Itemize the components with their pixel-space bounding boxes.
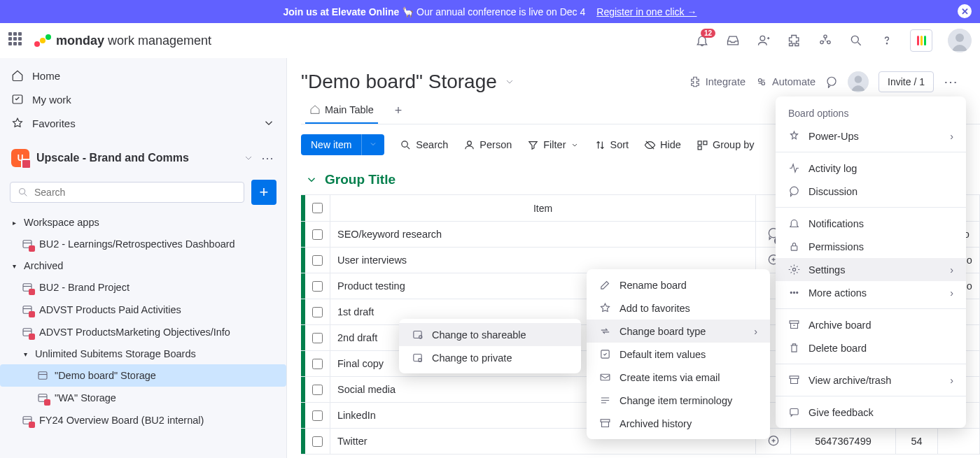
board-header: "Demo board" Storage Integrate Automate …	[301, 58, 980, 96]
board-private-icon	[21, 414, 34, 427]
svg-point-35	[792, 268, 795, 271]
tree-item[interactable]: ADVST ProductsMarketing Objectives/Info	[0, 321, 286, 343]
menu-rename-board[interactable]: Rename board	[587, 273, 770, 296]
workspace-header[interactable]: U Upscale - Brand and Comms ⋯	[0, 141, 286, 176]
svg-point-36	[790, 292, 792, 293]
svg-rect-29	[698, 145, 701, 149]
select-all-checkbox[interactable]	[305, 195, 330, 221]
svg-point-2	[46, 34, 51, 40]
menu-change-shareable[interactable]: Change to shareable	[399, 323, 581, 346]
toolbar-groupby[interactable]: Group by	[696, 139, 755, 151]
menu-activity-log[interactable]: Activity log	[776, 157, 966, 180]
workspace-menu-icon[interactable]: ⋯	[261, 150, 275, 166]
menu-more-actions[interactable]: More actions›	[776, 281, 966, 304]
tab-main-table[interactable]: Main Table	[305, 97, 378, 124]
invite-members-icon[interactable]	[756, 33, 771, 48]
svg-rect-39	[790, 321, 799, 324]
invite-button[interactable]: Invite / 1	[878, 71, 934, 92]
notifications-icon[interactable]: 12	[694, 33, 710, 48]
board-private-icon	[21, 303, 34, 316]
search-icon[interactable]	[848, 33, 864, 48]
sidebar: Home My work Favorites U Upscale - Brand…	[0, 58, 287, 458]
chevron-down-icon[interactable]	[243, 152, 254, 164]
notification-badge: 12	[701, 29, 715, 38]
menu-default-values[interactable]: Default item values	[587, 343, 770, 366]
toolbar-hide[interactable]: Hide	[644, 139, 681, 151]
menu-settings[interactable]: Settings›	[776, 258, 966, 281]
sidebar-item-mywork[interactable]: My work	[0, 87, 286, 111]
board-private-icon	[21, 238, 34, 250]
tree-item[interactable]: "WA" Storage	[0, 387, 286, 409]
product-logo[interactable]: monday work management	[34, 31, 211, 50]
svg-rect-17	[38, 372, 47, 380]
automate-button[interactable]: Automate	[755, 76, 816, 88]
menu-add-favorites[interactable]: Add to favorites	[587, 296, 770, 320]
tree-item[interactable]: FY24 Overview Board (BU2 internal)	[0, 409, 286, 431]
help-icon[interactable]	[879, 33, 895, 48]
tree-item[interactable]: BU2 - Learnings/Retrospectives Dashboard	[0, 233, 286, 255]
add-view-button[interactable]: +	[391, 103, 407, 118]
menu-view-archive[interactable]: View archive/trash›	[776, 368, 966, 392]
tree-item[interactable]: BU2 - Brand Project	[0, 276, 286, 299]
menu-powerups[interactable]: Power-Ups›	[776, 124, 966, 148]
workspaces-icon[interactable]	[818, 33, 833, 48]
menu-archive-board[interactable]: Archive board	[776, 313, 966, 336]
menu-archived-history[interactable]: Archived history	[587, 412, 770, 435]
column-header-item[interactable]: Item	[330, 195, 756, 221]
board-options-icon[interactable]: ⋯	[944, 73, 959, 90]
sidebar-item-home[interactable]: Home	[0, 64, 286, 87]
tree-folder-unlimited[interactable]: ▾Unlimited Subitems Storage Boards	[0, 343, 286, 364]
monday-logo-icon	[34, 31, 52, 50]
product-switcher[interactable]	[910, 29, 932, 52]
menu-change-terminology[interactable]: Change item terminology	[587, 389, 770, 412]
svg-rect-40	[790, 376, 799, 379]
menu-notifications[interactable]: Notifications	[776, 212, 966, 235]
tree-archived[interactable]: ▾Archived	[0, 255, 286, 276]
board-private-icon	[21, 326, 34, 338]
apps-marketplace-icon[interactable]	[787, 33, 802, 48]
svg-rect-27	[698, 141, 701, 144]
svg-point-22	[827, 77, 836, 85]
board-chat-icon[interactable]	[825, 76, 838, 88]
search-input[interactable]	[34, 187, 237, 198]
svg-rect-44	[601, 420, 610, 422]
svg-rect-45	[414, 331, 421, 338]
menu-change-private[interactable]: Change to private	[399, 346, 581, 369]
svg-point-38	[797, 292, 798, 293]
apps-grid-icon[interactable]	[8, 32, 25, 49]
board-private-icon	[21, 281, 34, 294]
menu-delete-board[interactable]: Delete board	[776, 336, 966, 359]
inbox-icon[interactable]	[725, 33, 741, 48]
board-type-submenu: Change to shareable Change to private	[399, 319, 581, 373]
tree-workspace-apps[interactable]: ▸Workspace apps	[0, 212, 286, 233]
workspace-badge: U	[11, 149, 29, 167]
toolbar-filter[interactable]: Filter	[527, 139, 578, 151]
board-title[interactable]: "Demo board" Storage	[301, 71, 515, 93]
new-item-button[interactable]: New item	[301, 134, 384, 155]
sidebar-search[interactable]	[10, 182, 244, 203]
menu-discussion[interactable]: Discussion	[776, 180, 966, 203]
svg-point-20	[759, 79, 762, 83]
tree-item[interactable]: ADVST Products Paid Activities	[0, 299, 286, 321]
menu-create-via-email[interactable]: Create items via email	[587, 366, 770, 389]
sidebar-item-favorites[interactable]: Favorites	[0, 111, 286, 135]
toolbar-sort[interactable]: Sort	[594, 139, 629, 151]
new-item-dropdown[interactable]	[361, 134, 384, 155]
toolbar-search[interactable]: Search	[400, 139, 448, 151]
user-avatar[interactable]	[948, 29, 972, 52]
board-owner-avatar[interactable]	[848, 71, 869, 92]
menu-change-board-type[interactable]: Change board type›	[587, 320, 770, 343]
svg-rect-47	[414, 355, 421, 362]
banner-register-link[interactable]: Register in one click →	[596, 6, 696, 17]
settings-submenu: Rename board Add to favorites Change boa…	[587, 269, 770, 439]
menu-feedback[interactable]: Give feedback	[776, 401, 966, 424]
toolbar-person[interactable]: Person	[463, 139, 512, 151]
add-button[interactable]: +	[251, 180, 276, 205]
board-private-icon	[36, 392, 49, 404]
chevron-down-icon	[305, 173, 318, 186]
banner-close-icon[interactable]: ✕	[958, 4, 972, 18]
svg-point-24	[855, 76, 862, 83]
tree-item-demo-board[interactable]: "Demo board" Storage	[0, 364, 286, 387]
integrate-button[interactable]: Integrate	[689, 76, 746, 88]
menu-permissions[interactable]: Permissions	[776, 235, 966, 258]
